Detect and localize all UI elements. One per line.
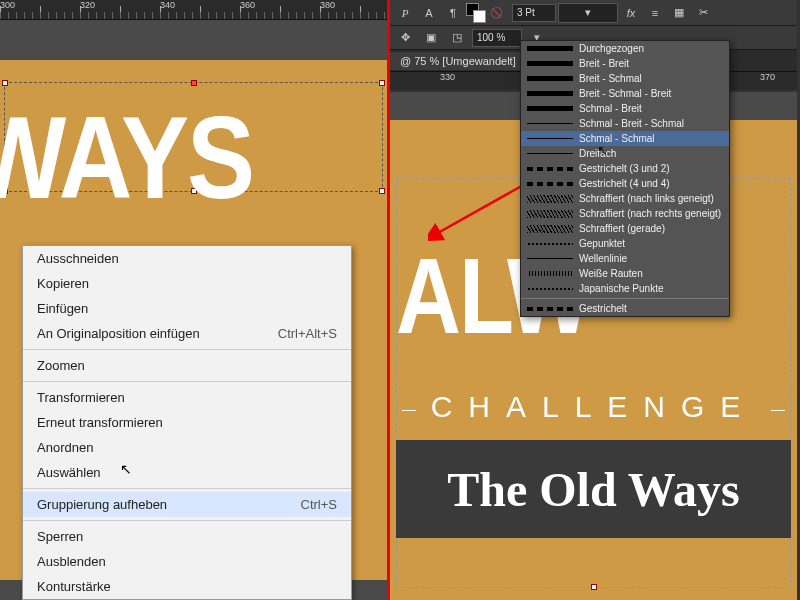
stroke-style-label: Schmal - Breit - Schmal	[579, 118, 684, 129]
menu-item[interactable]: Zoomen	[23, 353, 351, 378]
stroke-swatch-icon	[527, 165, 573, 173]
distribute-icon[interactable]: ▦	[668, 3, 690, 23]
fx-icon[interactable]: fx	[620, 3, 642, 23]
menu-item[interactable]: Sperren	[23, 524, 351, 549]
stroke-style-option[interactable]: Breit - Schmal	[521, 71, 729, 86]
type-tool-icon[interactable]: P	[394, 3, 416, 23]
stroke-style-option[interactable]: Weiße Rauten	[521, 266, 729, 281]
old-ways-text: The Old Ways	[447, 462, 740, 517]
stroke-style-label: Schraffiert (nach links geneigt)	[579, 193, 714, 204]
no-fill-icon[interactable]: ⃠	[488, 3, 510, 23]
stroke-style-option[interactable]: Schraffiert (nach rechts geneigt)	[521, 206, 729, 221]
menu-item-label: Auswählen	[37, 465, 101, 480]
handle-top-right[interactable]	[379, 80, 385, 86]
stroke-style-option[interactable]: Durchgezogen	[521, 41, 729, 56]
stroke-style-label: Weiße Rauten	[579, 268, 643, 279]
stroke-style-option[interactable]: Schmal - Breit - Schmal	[521, 116, 729, 131]
menu-item[interactable]: Ausschneiden	[23, 246, 351, 271]
stroke-style-option[interactable]: Schraffiert (nach links geneigt)	[521, 191, 729, 206]
stroke-swatch-icon	[527, 305, 573, 313]
menu-separator	[23, 381, 351, 382]
stroke-swatch-icon	[527, 90, 573, 98]
menu-item-label: An Originalposition einfügen	[37, 326, 200, 341]
menu-item[interactable]: Ausblenden	[23, 549, 351, 574]
stroke-style-option[interactable]: Breit - Breit	[521, 56, 729, 71]
crop-icon[interactable]: ✂	[692, 3, 714, 23]
stroke-style-label: Japanische Punkte	[579, 283, 664, 294]
stroke-style-option[interactable]: Gepunktet	[521, 236, 729, 251]
char-panel-icon[interactable]: A	[418, 3, 440, 23]
stroke-swatch-icon	[527, 195, 573, 203]
menu-item[interactable]: Kopieren	[23, 271, 351, 296]
menu-item[interactable]: Einfügen	[23, 296, 351, 321]
stroke-style-label: Wellenlinie	[579, 253, 627, 264]
menu-item[interactable]: Konturstärke	[23, 574, 351, 599]
stroke-style-label: Schraffiert (gerade)	[579, 223, 665, 234]
handle-bottom-right[interactable]	[379, 188, 385, 194]
stroke-style-label: Schmal - Breit	[579, 103, 642, 114]
stroke-style-option[interactable]: Gestrichelt (3 und 2)	[521, 161, 729, 176]
stroke-style-dropdown: DurchgezogenBreit - BreitBreit - SchmalB…	[520, 40, 730, 317]
toolbar-main: P A ¶ ⃠ ▾ fx ≡ ▦ ✂	[390, 0, 797, 26]
menu-separator	[23, 488, 351, 489]
menu-item[interactable]: Erneut transformieren	[23, 410, 351, 435]
stroke-swatch-icon	[527, 255, 573, 263]
para-panel-icon[interactable]: ¶	[442, 3, 464, 23]
menu-item-label: Transformieren	[37, 390, 125, 405]
rule-right	[771, 410, 785, 411]
stroke-style-label: Schmal - Schmal	[579, 133, 655, 144]
menu-separator	[23, 520, 351, 521]
stroke-style-label: Gestrichelt (3 und 2)	[579, 163, 670, 174]
headline-ways: WAYS	[0, 91, 253, 226]
stroke-style-label: Gepunktet	[579, 238, 625, 249]
ruler-tick: 320	[80, 0, 95, 10]
stroke-style-option[interactable]: Gestrichelt (4 und 4)	[521, 176, 729, 191]
menu-item-label: Kopieren	[37, 276, 89, 291]
stroke-swatch-icon	[527, 60, 573, 68]
dropdown-separator	[521, 298, 729, 299]
document-tab[interactable]: @ 75 % [Umgewandelt]	[390, 52, 527, 70]
stroke-style-option[interactable]: Schraffiert (gerade)	[521, 221, 729, 236]
stroke-swatch-icon	[527, 105, 573, 113]
stroke-style-option[interactable]: Breit - Schmal - Breit	[521, 86, 729, 101]
color-swatch[interactable]	[466, 3, 486, 23]
menu-item-label: Ausblenden	[37, 554, 106, 569]
menu-item[interactable]: Transformieren	[23, 385, 351, 410]
stroke-style-label: Durchgezogen	[579, 43, 644, 54]
menu-separator	[23, 349, 351, 350]
stroke-swatch-icon	[527, 120, 573, 128]
stroke-style-option[interactable]: Schmal - Schmal	[521, 131, 729, 146]
cursor-icon: ↖	[120, 461, 132, 477]
stroke-style-dropdown-trigger[interactable]: ▾	[558, 3, 618, 23]
stroke-swatch-icon	[527, 240, 573, 248]
menu-item-label: Sperren	[37, 529, 83, 544]
stroke-style-option[interactable]: Wellenlinie	[521, 251, 729, 266]
handle-bottom-center[interactable]	[591, 584, 597, 590]
left-panel: 300 320 340 360 380 WAYS AusschneidenKop…	[0, 0, 390, 600]
stroke-swatch-icon	[527, 285, 573, 293]
stroke-style-label: Schraffiert (nach rechts geneigt)	[579, 208, 721, 219]
wrap-icon[interactable]: ▣	[420, 28, 442, 48]
context-menu: AusschneidenKopierenEinfügenAn Originalp…	[22, 245, 352, 600]
handle-top-center[interactable]	[191, 80, 197, 86]
align-icon[interactable]: ≡	[644, 3, 666, 23]
anchor-icon[interactable]: ✥	[394, 28, 416, 48]
opacity-field[interactable]	[472, 29, 522, 47]
menu-item[interactable]: Gruppierung aufhebenCtrl+S	[23, 492, 351, 517]
corner-icon[interactable]: ◳	[446, 28, 468, 48]
menu-item[interactable]: Anordnen	[23, 435, 351, 460]
stroke-style-option[interactable]: Schmal - Breit	[521, 101, 729, 116]
stroke-style-label: Gestrichelt	[579, 303, 627, 314]
menu-item[interactable]: Auswählen	[23, 460, 351, 485]
stroke-style-option[interactable]: Japanische Punkte	[521, 281, 729, 296]
stroke-style-option[interactable]: Gestrichelt	[521, 301, 729, 316]
ruler-tick: 360	[240, 0, 255, 10]
stroke-style-option[interactable]: Dreifach	[521, 146, 729, 161]
ruler-tick: 300	[0, 0, 15, 10]
handle-top-left[interactable]	[2, 80, 8, 86]
ruler-horizontal-left[interactable]: 300 320 340 360 380	[0, 0, 387, 20]
ruler-tick: 340	[160, 0, 175, 10]
stroke-weight-field[interactable]	[512, 4, 556, 22]
menu-item[interactable]: An Originalposition einfügenCtrl+Alt+S	[23, 321, 351, 346]
menu-item-label: Konturstärke	[37, 579, 111, 594]
